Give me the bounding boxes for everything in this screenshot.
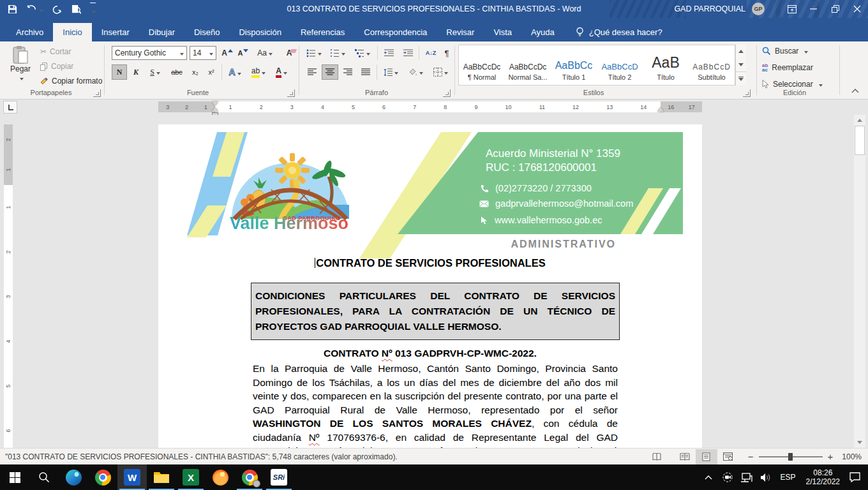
align-left-button[interactable] [304, 64, 320, 80]
minimize-button[interactable] [803, 0, 825, 18]
numbering-button[interactable] [327, 46, 348, 60]
undo-dropdown[interactable] [38, 3, 43, 15]
font-name-combo[interactable]: Century Gothic [112, 46, 187, 60]
strikethrough-button[interactable]: abc [168, 64, 186, 80]
show-hidden-icons-button[interactable] [699, 464, 718, 490]
format-painter-button[interactable]: Copiar formato [40, 76, 103, 86]
document-page[interactable]: Acuerdo Ministerial N° 1359 RUC : 176812… [158, 124, 702, 448]
tab-ayuda[interactable]: Ayuda [521, 23, 564, 41]
show-formatting-marks-button[interactable]: ¶ [441, 46, 453, 60]
taskbar-search-button[interactable] [29, 464, 59, 490]
highlight-color-button[interactable]: ab [248, 64, 269, 80]
find-button[interactable]: Buscar [762, 47, 808, 56]
account-avatar[interactable]: GP [752, 3, 765, 15]
zoom-slider[interactable] [759, 456, 823, 457]
customize-qat-dropdown[interactable] [90, 3, 96, 16]
borders-button[interactable] [429, 64, 452, 80]
meet-now-icon[interactable] [718, 464, 737, 490]
tab-disposicion[interactable]: Disposición [229, 23, 290, 41]
paste-dropdown[interactable] [18, 73, 24, 82]
start-button[interactable] [0, 464, 29, 490]
superscript-button[interactable]: x² [204, 64, 219, 80]
taskbar-chrome[interactable] [88, 464, 117, 490]
subscript-button[interactable]: x₂ [188, 64, 203, 80]
italic-button[interactable]: K [128, 64, 144, 80]
sort-button[interactable]: A↓Z [422, 46, 440, 60]
taskbar-excel[interactable]: X [176, 464, 206, 490]
styles-scroll-down-button[interactable] [736, 58, 746, 71]
vertical-scrollbar[interactable] [854, 115, 865, 448]
paste-button[interactable]: Pegar [6, 45, 34, 82]
zoom-in-button[interactable]: + [828, 451, 834, 462]
print-layout-button[interactable] [696, 449, 717, 464]
zoom-out-button[interactable]: − [748, 451, 754, 462]
read-mode-button[interactable] [674, 449, 696, 464]
shading-button[interactable] [405, 64, 426, 80]
character-count-info[interactable]: "013 CONTRATO DE SERVICIOS PROFESIONALES… [5, 452, 398, 461]
taskbar-edge[interactable] [59, 464, 88, 490]
scrollbar-thumb[interactable] [855, 126, 865, 155]
tab-vista[interactable]: Vista [484, 23, 521, 41]
align-right-button[interactable] [340, 64, 356, 80]
styles-gallery-more-button[interactable] [736, 71, 746, 85]
clear-formatting-button[interactable]: A [281, 46, 297, 60]
taskbar-sri[interactable]: SRi [264, 464, 294, 490]
justify-button[interactable] [357, 64, 374, 80]
tab-diseno[interactable]: Diseño [184, 23, 229, 41]
taskbar-word-active[interactable]: W [117, 464, 147, 490]
select-button[interactable]: Seleccionar [762, 80, 823, 89]
style-subtitulo[interactable]: AaBbCcD Subtítulo [689, 45, 735, 85]
taskbar-chrome-2[interactable] [235, 464, 264, 490]
align-center-button[interactable] [322, 64, 338, 80]
scroll-up-button[interactable] [854, 115, 865, 126]
style-normal[interactable]: AaBbCcDc ¶ Normal [459, 45, 505, 85]
tab-dibujar[interactable]: Dibujar [139, 23, 184, 41]
zoom-level[interactable]: 100% [842, 452, 862, 461]
horizontal-ruler[interactable]: 321 1234567891011121314 1617 [158, 101, 702, 112]
zoom-slider-thumb[interactable] [788, 453, 793, 461]
bold-button[interactable]: N [112, 64, 127, 80]
undo-button[interactable] [26, 3, 43, 15]
save-button[interactable] [8, 4, 17, 14]
style-titulo-2[interactable]: AaBbCcD Título 2 [597, 45, 643, 85]
tab-insertar[interactable]: Insertar [92, 23, 139, 41]
clock[interactable]: 08:26 2/12/2022 [801, 468, 845, 486]
tab-archivo[interactable]: Archivo [6, 23, 53, 41]
contract-number-heading[interactable]: CONTRATO Nº 013 GADPRVH-CP-WMC-2022. [158, 348, 702, 359]
clipboard-dialog-launcher[interactable] [93, 89, 101, 97]
underline-button[interactable]: S [145, 64, 165, 80]
tell-me-box[interactable]: ¿Qué desea hacer? [576, 23, 662, 41]
tab-referencias[interactable]: Referencias [291, 23, 354, 41]
taskbar-file-explorer[interactable] [147, 464, 176, 490]
contract-body-paragraph[interactable]: En la Parroquia de Valle Hermoso, Cantón… [253, 362, 618, 448]
styles-dialog-launcher[interactable] [743, 89, 751, 97]
ribbon-display-options-button[interactable] [781, 0, 803, 18]
line-spacing-button[interactable] [380, 64, 401, 80]
scroll-down-button[interactable] [854, 437, 865, 448]
increase-indent-button[interactable] [400, 46, 416, 60]
print-preview-button[interactable] [71, 4, 81, 14]
network-icon[interactable] [737, 464, 756, 490]
web-layout-button[interactable] [717, 449, 739, 464]
font-size-combo[interactable]: 14 [190, 46, 216, 60]
bullets-button[interactable] [304, 46, 324, 60]
collapse-ribbon-button[interactable] [848, 85, 863, 96]
restore-button[interactable] [825, 0, 846, 18]
hanging-indent-marker[interactable] [212, 107, 218, 112]
style-titulo[interactable]: AaB Título [643, 45, 689, 85]
font-color-button[interactable]: A [272, 64, 291, 80]
text-effects-button[interactable]: A [225, 64, 245, 80]
style-titulo-1[interactable]: AaBbCc Título 1 [551, 45, 597, 85]
vertical-ruler[interactable]: 21 123456 [4, 124, 13, 448]
tab-inicio[interactable]: Inicio [53, 23, 91, 41]
cut-button[interactable]: ✂Cortar [40, 47, 71, 57]
taskbar-firefox[interactable] [206, 464, 235, 490]
redo-button[interactable] [52, 4, 63, 14]
tab-correspondencia[interactable]: Correspondencia [354, 23, 437, 41]
style-normal-sa[interactable]: AaBbCcDc Normal Sa... [505, 45, 551, 85]
proofing-status-icon[interactable] [646, 449, 668, 464]
tab-revisar[interactable]: Revisar [437, 23, 484, 41]
right-indent-marker[interactable] [657, 107, 664, 112]
copy-button[interactable]: Copiar [40, 61, 74, 71]
font-dialog-launcher[interactable] [287, 89, 295, 97]
